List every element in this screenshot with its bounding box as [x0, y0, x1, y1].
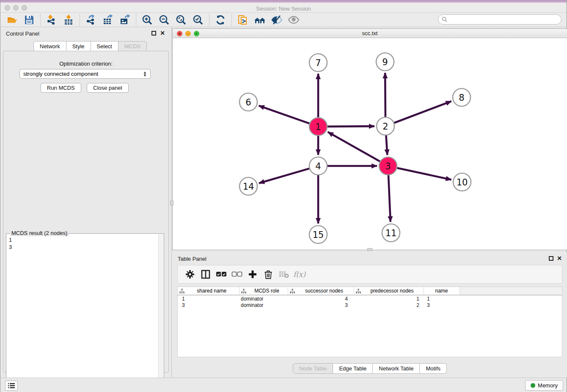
zoom-fit-content-button[interactable]	[173, 14, 190, 26]
select-all-checks-button[interactable]	[213, 267, 229, 282]
export-table-button[interactable]	[99, 14, 116, 26]
export-image-icon	[119, 14, 130, 25]
toggle-graphics-details-button[interactable]	[268, 14, 285, 26]
tab-network-table[interactable]: Network Table	[373, 363, 420, 374]
delete-table-button[interactable]	[276, 267, 292, 282]
delete-rows-button[interactable]	[260, 267, 276, 282]
tab-select[interactable]: Select	[91, 41, 118, 52]
close-table-panel-icon[interactable]: ✕	[557, 255, 562, 261]
first-neighbors-button[interactable]	[251, 14, 268, 26]
export-image-button[interactable]	[116, 14, 133, 26]
graph-edge[interactable]	[385, 73, 385, 117]
toolbar-separator	[80, 14, 80, 26]
delete-table-icon	[279, 271, 289, 278]
network-canvas[interactable]: 7968124314101511	[173, 38, 567, 250]
graph-edge[interactable]	[388, 175, 391, 222]
main-toolbar	[0, 13, 567, 27]
task-history-button[interactable]	[5, 381, 18, 391]
network-window-titlebar[interactable]: ✕ − + scc.txt	[173, 29, 567, 38]
graph-edge[interactable]	[259, 168, 309, 183]
columns-icon	[201, 270, 210, 279]
table-cell[interactable]: 2	[354, 302, 424, 309]
float-table-panel-icon[interactable]	[549, 256, 553, 261]
table-settings-button[interactable]	[182, 267, 198, 282]
result-scrollbar[interactable]	[158, 234, 163, 392]
table-cell-filler	[460, 302, 562, 309]
refresh-view-button[interactable]	[212, 14, 229, 26]
table-cell[interactable]: 1	[354, 295, 424, 302]
table-cell[interactable]: 1	[424, 295, 460, 302]
save-session-button[interactable]	[21, 14, 38, 26]
import-table-button[interactable]	[60, 14, 77, 26]
search-box[interactable]	[438, 14, 561, 25]
apply-function-button[interactable]: f(x)	[292, 267, 307, 282]
zoom-in-button[interactable]	[139, 14, 156, 26]
graph-edge[interactable]	[394, 101, 451, 123]
table-cell[interactable]: 4	[288, 295, 354, 302]
graph-node-label: 8	[459, 93, 464, 103]
float-panel-icon[interactable]	[151, 31, 156, 36]
deselect-all-checks-button[interactable]	[229, 267, 245, 282]
column-header-predecessor-nodes[interactable]: predecessor nodes	[354, 287, 424, 295]
table-cell[interactable]: dominator	[239, 295, 288, 302]
export-network-button[interactable]	[83, 14, 99, 26]
table-cell[interactable]: 3	[288, 302, 354, 309]
criterion-value: strongly connected component	[23, 71, 98, 77]
graph-edge[interactable]	[328, 132, 380, 161]
clone-network-button[interactable]	[234, 14, 251, 26]
table-panel: Table Panel ✕	[172, 252, 567, 378]
column-header-MCDS-role[interactable]: MCDS role	[239, 287, 288, 295]
table-toolbar: f(x)	[177, 265, 562, 284]
import-network-button[interactable]	[43, 14, 60, 26]
memory-button[interactable]: Memory	[525, 380, 563, 391]
search-input[interactable]	[448, 15, 561, 24]
network-graph[interactable]: 7968124314101511	[173, 38, 567, 250]
table-row[interactable]: 3dominator323	[178, 302, 562, 309]
node-table-container: shared nameMCDS rolesuccessor nodesprede…	[177, 287, 562, 357]
column-header-shared-name[interactable]: shared name	[178, 287, 239, 295]
tab-edge-table[interactable]: Edge Table	[333, 363, 373, 374]
close-panel-icon[interactable]: ✕	[160, 30, 165, 36]
table-cell[interactable]: 3	[424, 302, 460, 309]
close-panel-button[interactable]: Close panel	[87, 83, 129, 93]
gear-icon	[185, 270, 195, 279]
memory-label: Memory	[538, 382, 558, 389]
table-panel-tabs: Node TableEdge TableNetwork TableMotifs	[293, 363, 447, 374]
graph-edge[interactable]	[397, 168, 451, 180]
column-header-successor-nodes[interactable]: successor nodes	[288, 287, 354, 295]
open-session-button[interactable]	[4, 14, 21, 26]
zoom-selected-button[interactable]	[190, 14, 206, 26]
graph-edge[interactable]	[328, 126, 374, 127]
status-bar: Memory	[0, 378, 567, 392]
table-cell[interactable]: dominator	[239, 302, 288, 309]
show-columns-button[interactable]	[198, 267, 213, 282]
table-panel-title: Table Panel	[178, 256, 206, 262]
criterion-select[interactable]: strongly connected component ▲▼	[19, 69, 151, 79]
tab-network[interactable]: Network	[33, 41, 66, 52]
network-resize-grip[interactable]	[367, 248, 372, 251]
open-folder-icon	[7, 14, 18, 25]
table-row[interactable]: 1dominator411	[178, 295, 562, 302]
table-cell[interactable]: 3	[178, 302, 239, 309]
tab-style[interactable]: Style	[66, 41, 91, 52]
window-titlebar[interactable]: Session: New Session	[0, 3, 567, 13]
node-table[interactable]: shared nameMCDS rolesuccessor nodesprede…	[178, 287, 562, 309]
zoom-out-button[interactable]	[156, 14, 173, 26]
control-panel-header: Control Panel ✕	[0, 27, 171, 40]
column-header-name[interactable]: name	[424, 287, 460, 295]
hierarchy-icon	[290, 289, 295, 293]
window-title: Session: New Session	[0, 5, 567, 13]
run-mcds-button[interactable]: Run MCDS	[41, 83, 81, 93]
birds-eye-view-button[interactable]	[285, 14, 302, 26]
zoom-out-icon	[159, 14, 170, 25]
panel-split-grip[interactable]	[170, 201, 173, 205]
table-cell-filler	[460, 295, 562, 302]
graph-edge[interactable]	[259, 106, 310, 124]
table-cell[interactable]: 1	[178, 295, 239, 302]
tab-motifs[interactable]: Motifs	[420, 363, 447, 374]
add-row-button[interactable]	[245, 267, 260, 282]
graph-edge[interactable]	[386, 135, 387, 155]
tab-node-table[interactable]: Node Table	[293, 363, 333, 374]
tab-mcds[interactable]: MCDS	[118, 41, 147, 52]
optimization-criterion-label: Optimization criterion:	[3, 61, 168, 67]
